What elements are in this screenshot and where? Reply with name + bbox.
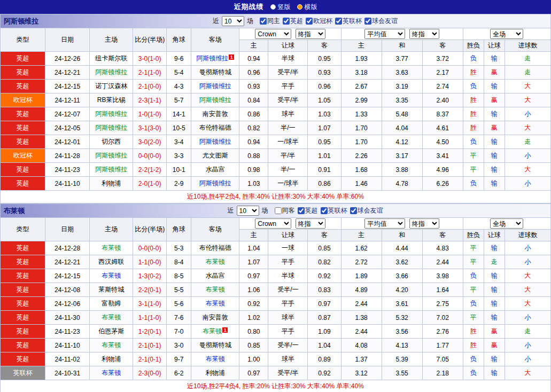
home-team[interactable]: RB莱比锡 — [90, 93, 133, 107]
handicap-odds-home: 0.98 — [239, 163, 268, 177]
home-team[interactable]: 利物浦 — [90, 352, 133, 366]
checkbox-input[interactable] — [306, 18, 313, 25]
final-odds-select-2[interactable]: 终指 — [409, 218, 439, 229]
checkbox-input[interactable] — [364, 18, 371, 25]
final-odds-select[interactable]: 终指 — [296, 29, 325, 39]
col-header-avg-home: 主 — [341, 40, 382, 52]
away-team[interactable]: 阿斯顿维拉 — [191, 93, 239, 107]
score-halftime: 1-1(0-0) — [133, 255, 167, 269]
home-team[interactable]: 伯恩茅斯 — [90, 325, 133, 339]
league-filter-checkbox[interactable]: 英联杯 — [333, 17, 362, 26]
col-header-odds-home: 主 — [239, 230, 268, 241]
checkbox-input[interactable] — [260, 18, 267, 25]
layout-option-horizontal[interactable]: 横版 — [297, 3, 317, 12]
home-team[interactable]: 阿斯顿维拉 — [90, 163, 133, 177]
match-row: 英超24-12-15布莱顿1-3(0-2)8-5水晶宫0.97半球0.921.8… — [1, 269, 551, 283]
away-team[interactable]: 南安普敦 — [191, 107, 239, 121]
avg-odds-away: 3.72 — [422, 52, 463, 66]
league-filter-checkbox[interactable]: 英超 — [296, 206, 318, 215]
away-team[interactable]: 尤文图斯 — [191, 149, 239, 163]
same-side-filter-checkbox[interactable]: 同客 — [273, 206, 295, 215]
away-team[interactable]: 阿斯顿维拉 — [191, 80, 239, 93]
home-team[interactable]: 莱斯特城 — [90, 283, 133, 297]
home-team[interactable]: 布莱顿 — [90, 366, 133, 380]
checkbox-input[interactable] — [275, 207, 282, 214]
average-select[interactable]: 平均值 — [364, 29, 405, 39]
home-team[interactable]: 利物浦 — [90, 177, 133, 191]
handicap-odds-home: 0.84 — [239, 93, 268, 107]
home-team[interactable]: 布莱顿 — [90, 311, 133, 325]
away-team[interactable]: 布莱顿 — [191, 352, 239, 366]
away-team[interactable]: 利物浦 — [191, 366, 239, 380]
home-team[interactable]: 阿斯顿维拉 — [90, 66, 133, 80]
goals-outcome: 走 — [505, 66, 550, 80]
league-filter-checkbox[interactable]: 欧冠杯 — [304, 17, 332, 26]
checkbox-input[interactable] — [350, 207, 357, 214]
home-team[interactable]: 布莱顿 — [90, 269, 133, 283]
league-filter-checkbox[interactable]: 英联杯 — [319, 206, 347, 215]
scope-select[interactable]: 全场 — [490, 218, 523, 229]
average-select-cell: 平均值 终指 — [341, 28, 463, 40]
scope-select[interactable]: 全场 — [490, 29, 523, 39]
odds-provider-select[interactable]: Crown — [255, 29, 291, 39]
home-team[interactable]: 阿斯顿维拉 — [90, 107, 133, 121]
away-team[interactable]: 布伦特福德 — [191, 121, 239, 135]
goals-outcome: 小 — [505, 339, 550, 352]
home-team[interactable]: 诺丁汉森林 — [90, 80, 133, 93]
home-team[interactable]: 切尔西 — [90, 135, 133, 149]
handicap-outcome: 输 — [484, 283, 505, 297]
home-team[interactable]: 布莱顿 — [90, 241, 133, 255]
away-team[interactable]: 水晶宫 — [191, 163, 239, 177]
near-label: 近 — [213, 17, 219, 26]
home-team[interactable]: 布莱顿 — [90, 339, 133, 352]
corners-count: 5-6 — [167, 297, 191, 311]
league-filter-checkbox[interactable]: 球会友谊 — [348, 206, 383, 215]
corners-count: 6-2 — [167, 366, 191, 380]
league-badge: 英超 — [1, 283, 45, 297]
home-team[interactable]: 纽卡斯尔联 — [90, 52, 133, 66]
away-team[interactable]: 水晶宫 — [191, 269, 239, 283]
away-team[interactable]: 阿斯顿维拉1 — [191, 52, 239, 66]
match-count-select[interactable]: 10 — [237, 206, 259, 216]
checkbox-label: 英联杯 — [328, 206, 347, 215]
league-badge: 英超 — [1, 339, 45, 352]
match-count-select[interactable]: 10 — [222, 16, 244, 26]
handicap-odds-home: 1.06 — [239, 283, 268, 297]
away-team[interactable]: 南安普敦 — [191, 311, 239, 325]
avg-odds-away: 8.37 — [422, 107, 463, 121]
layout-option-vertical[interactable]: 竖版 — [270, 3, 291, 12]
same-side-filter-checkbox[interactable]: 同主 — [258, 17, 280, 26]
away-team[interactable]: 布莱顿 — [191, 255, 239, 269]
avg-odds-draw: 5.39 — [382, 352, 422, 366]
league-badge: 英超 — [1, 297, 45, 311]
home-team[interactable]: 阿斯顿维拉 — [90, 149, 133, 163]
result-outcome: 负 — [463, 52, 484, 66]
home-team[interactable]: 阿斯顿维拉 — [90, 121, 133, 135]
average-select[interactable]: 平均值 — [364, 218, 405, 229]
home-team[interactable]: 富勒姆 — [90, 297, 133, 311]
away-team[interactable]: 布伦特福德 — [191, 241, 239, 255]
handicap-odds-away: 0.83 — [308, 283, 341, 297]
final-odds-select-2[interactable]: 终指 — [409, 29, 439, 39]
handicap-line: 受半/一 — [268, 339, 308, 352]
checkbox-input[interactable] — [283, 18, 290, 25]
league-filter-checkbox[interactable]: 英超 — [281, 17, 303, 26]
away-team[interactable]: 曼彻斯特城 — [191, 339, 239, 352]
away-team[interactable]: 阿斯顿维拉 — [191, 177, 239, 191]
checkbox-input[interactable] — [298, 207, 305, 214]
away-team[interactable]: 布莱顿 — [191, 297, 239, 311]
checkbox-input[interactable] — [321, 207, 328, 214]
league-filter-checkbox[interactable]: 球会友谊 — [363, 17, 398, 26]
checkbox-input[interactable] — [335, 18, 342, 25]
away-team[interactable]: 布莱顿1 — [191, 325, 239, 339]
home-team[interactable]: 西汉姆联 — [90, 255, 133, 269]
away-team[interactable]: 阿斯顿维拉 — [191, 135, 239, 149]
col-header-home: 主场 — [90, 218, 133, 241]
away-team[interactable]: 布莱顿 — [191, 283, 239, 297]
odds-provider-select[interactable]: Crown — [255, 218, 291, 229]
final-odds-select[interactable]: 终指 — [296, 218, 325, 229]
away-team[interactable]: 曼彻斯特城 — [191, 66, 239, 80]
handicap-outcome: 输 — [484, 149, 505, 163]
handicap-odds-home: 1.07 — [239, 255, 268, 269]
checkbox-label: 同客 — [282, 206, 295, 215]
